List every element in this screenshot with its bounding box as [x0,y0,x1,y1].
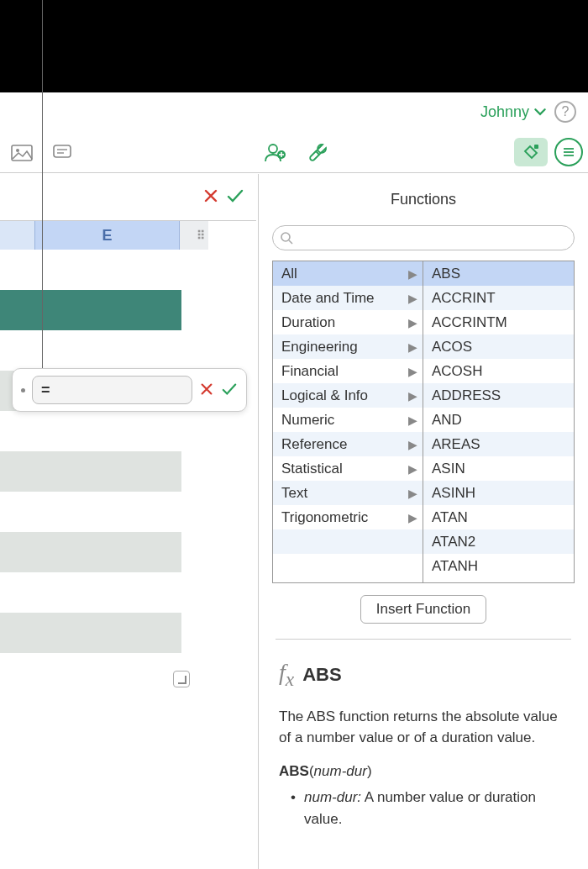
column-header-d[interactable] [0,221,35,250]
function-item[interactable]: AND [423,408,574,432]
chevron-right-icon: ▶ [408,365,417,378]
window-titlebar [0,0,588,92]
function-item[interactable]: ADDRESS [423,383,574,408]
table-resize-handle[interactable] [173,671,190,687]
comment-button[interactable] [45,138,79,166]
fx-icon: fx [279,655,294,694]
formula-editor-accept[interactable] [221,378,238,402]
chevron-right-icon: ▶ [408,340,417,354]
panel-title: Functions [259,174,588,225]
description-title: ABS [302,661,341,688]
description-argument: num-dur: A number value or duration valu… [279,787,568,830]
toolbar [0,131,588,173]
svg-rect-9 [534,145,538,149]
formula-editor-popover: = [12,368,247,412]
table-row[interactable] [0,532,181,572]
function-item[interactable]: AREAS [423,432,574,456]
chevron-right-icon: ▶ [408,413,417,427]
table-row[interactable] [0,613,181,653]
table-row[interactable] [0,572,181,613]
functions-panel: Functions All▶Date and Time▶Duration▶Eng… [258,174,588,869]
description-summary: The ABS function returns the absolute va… [279,706,568,749]
table-header-row[interactable] [0,290,181,330]
function-item[interactable]: ATAN2 [423,529,574,554]
table-row[interactable] [0,250,181,290]
user-menu[interactable]: Johnny [480,103,546,121]
chevron-down-icon [534,106,546,118]
svg-rect-0 [12,145,32,161]
function-search-input[interactable] [272,225,575,250]
formula-bar [0,174,256,221]
user-name: Johnny [480,103,529,121]
function-item[interactable]: ACCRINT [423,286,574,310]
formula-input[interactable]: = [32,376,192,404]
chevron-right-icon: ▶ [408,292,417,305]
table-row[interactable] [0,411,181,451]
svg-point-13 [281,233,290,241]
category-item[interactable]: Engineering▶ [273,334,423,359]
search-icon [280,231,293,245]
category-item[interactable]: Statistical▶ [273,456,423,481]
chevron-right-icon: ▶ [408,316,417,329]
category-item[interactable]: Financial▶ [273,359,423,383]
function-item[interactable]: ATANH [423,554,574,578]
category-item[interactable]: Date and Time▶ [273,286,423,310]
category-item[interactable]: Text▶ [273,481,423,505]
category-item[interactable]: Numeric▶ [273,408,423,432]
collaborate-button[interactable] [258,138,291,166]
format-button[interactable] [514,138,548,166]
chevron-right-icon: ▶ [408,487,417,500]
function-item[interactable]: ACOSH [423,359,574,383]
function-browser: All▶Date and Time▶Duration▶Engineering▶F… [272,261,575,583]
function-description: fx ABS The ABS function returns the abso… [259,640,588,830]
function-item[interactable]: ASINH [423,481,574,505]
formula-editor-cancel[interactable] [199,378,214,402]
function-item[interactable]: ABS [423,261,574,286]
category-list[interactable]: All▶Date and Time▶Duration▶Engineering▶F… [273,261,423,582]
table-row[interactable] [0,451,181,492]
table-row[interactable] [0,330,181,371]
drag-handle-icon[interactable] [21,388,25,392]
spreadsheet-area: E ⠿ [0,174,256,869]
chevron-right-icon: ▶ [408,511,417,524]
svg-line-14 [289,240,292,244]
insert-function-button[interactable]: Insert Function [360,595,486,624]
function-item[interactable]: ACOS [423,334,574,359]
category-item-empty [273,554,423,578]
callout-line [42,0,43,378]
svg-point-1 [16,149,19,152]
category-item[interactable]: Reference▶ [273,432,423,456]
organize-button[interactable] [554,138,583,166]
function-item[interactable]: ATAN [423,505,574,529]
column-headers: E ⠿ [0,221,256,250]
description-syntax: ABS(num-dur) [279,761,568,782]
chevron-right-icon: ▶ [408,438,417,451]
function-list[interactable]: ABSACCRINTACCRINTMACOSACOSHADDRESSANDARE… [423,261,574,582]
category-item[interactable]: Logical & Info▶ [273,383,423,408]
function-item[interactable]: ASIN [423,456,574,481]
table-row[interactable] [0,653,181,693]
titlebar-right: Johnny ? [0,92,588,131]
formula-cancel-button[interactable] [202,186,219,209]
help-button[interactable]: ? [554,101,576,123]
media-button[interactable] [5,138,39,166]
function-item[interactable]: ACCRINTM [423,310,574,334]
table-row[interactable] [0,492,181,532]
svg-point-5 [269,145,277,153]
svg-rect-2 [54,145,71,157]
category-item[interactable]: Duration▶ [273,310,423,334]
tools-button[interactable] [302,138,335,166]
chevron-right-icon: ▶ [408,389,417,403]
column-header-handle[interactable]: ⠿ [180,221,208,250]
category-item[interactable]: All▶ [273,261,423,286]
chevron-right-icon: ▶ [408,267,417,281]
column-header-e[interactable]: E [35,221,180,250]
category-item[interactable]: Trigonometric▶ [273,505,423,529]
formula-accept-button[interactable] [226,186,244,209]
category-item-empty [273,529,423,554]
chevron-right-icon: ▶ [408,462,417,476]
